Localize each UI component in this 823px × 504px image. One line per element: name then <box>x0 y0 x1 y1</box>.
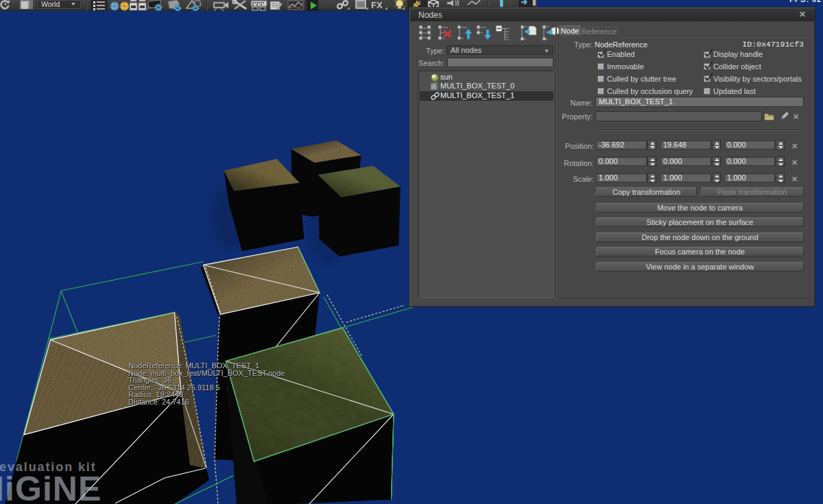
svg-text:FX: FX <box>371 0 383 10</box>
svg-text:World: World <box>41 0 60 8</box>
